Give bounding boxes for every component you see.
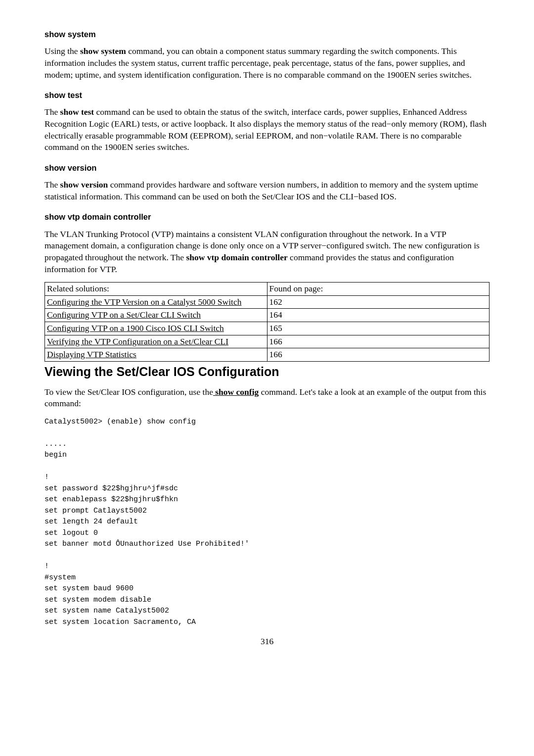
table-row: Configuring VTP on a 1900 Cisco IOS CLI … xyxy=(45,322,490,335)
link-show-config-cmd[interactable]: show config xyxy=(213,387,259,397)
table-header-left: Related solutions: xyxy=(45,283,267,296)
table-cell-link: Displaying VTP Statistics xyxy=(45,348,267,362)
para-show-vtp: The VLAN Trunking Protocol (VTP) maintai… xyxy=(44,229,490,276)
cmd-show-vtp: show vtp domain controller xyxy=(186,252,287,262)
table-cell-page: 165 xyxy=(267,322,490,335)
table-cell-link: Configuring the VTP Version on a Catalys… xyxy=(45,295,267,309)
table-cell-page: 162 xyxy=(267,295,490,309)
table-row: Configuring VTP on a Set/Clear CLI Switc… xyxy=(45,309,490,322)
table-row: Displaying VTP Statistics 166 xyxy=(45,348,490,362)
table-header-row: Related solutions: Found on page: xyxy=(45,283,490,296)
text: command can be used to obtain the status… xyxy=(44,107,487,152)
table-cell-page: 166 xyxy=(267,348,490,362)
link-related-solution[interactable]: Configuring VTP on a Set/Clear CLI Switc… xyxy=(47,310,201,320)
para-viewing-config: To view the Set/Clear IOS configuration,… xyxy=(44,386,490,410)
table-header-right: Found on page: xyxy=(267,283,490,296)
para-show-test: The show test command can be used to obt… xyxy=(44,106,490,153)
link-related-solution[interactable]: Verifying the VTP Configuration on a Set… xyxy=(47,336,228,346)
code-block-show-config: Catalyst5002> (enable) show config .....… xyxy=(44,417,490,628)
cmd-show-version: show version xyxy=(60,180,108,189)
cmd-show-system: show system xyxy=(80,46,126,56)
link-related-solution[interactable]: Displaying VTP Statistics xyxy=(47,349,136,359)
table-cell-link: Verifying the VTP Configuration on a Set… xyxy=(45,335,267,348)
para-show-system: Using the show system command, you can o… xyxy=(44,46,490,81)
heading-show-system: show system xyxy=(44,29,490,40)
text: Using the xyxy=(44,46,80,56)
text: The xyxy=(44,107,60,117)
cmd-show-test: show test xyxy=(60,107,94,117)
table-cell-page: 164 xyxy=(267,309,490,322)
related-solutions-table: Related solutions: Found on page: Config… xyxy=(44,282,490,362)
link-related-solution[interactable]: Configuring the VTP Version on a Catalys… xyxy=(47,297,241,307)
table-row: Configuring the VTP Version on a Catalys… xyxy=(45,295,490,309)
table-row: Verifying the VTP Configuration on a Set… xyxy=(45,335,490,348)
table-cell-link: Configuring VTP on a Set/Clear CLI Switc… xyxy=(45,309,267,322)
text: The xyxy=(44,180,60,189)
table-cell-page: 166 xyxy=(267,335,490,348)
text: To view the Set/Clear IOS configuration,… xyxy=(44,387,213,397)
text: command provides hardware and software v… xyxy=(44,180,478,201)
heading-show-vtp: show vtp domain controller xyxy=(44,211,490,222)
heading-viewing-config: Viewing the Set/Clear IOS Configuration xyxy=(44,364,490,380)
page-number: 316 xyxy=(44,636,490,648)
table-cell-link: Configuring VTP on a 1900 Cisco IOS CLI … xyxy=(45,322,267,335)
para-show-version: The show version command provides hardwa… xyxy=(44,179,490,202)
link-related-solution[interactable]: Configuring VTP on a 1900 Cisco IOS CLI … xyxy=(47,323,224,333)
heading-show-test: show test xyxy=(44,90,490,100)
heading-show-version: show version xyxy=(44,162,490,173)
